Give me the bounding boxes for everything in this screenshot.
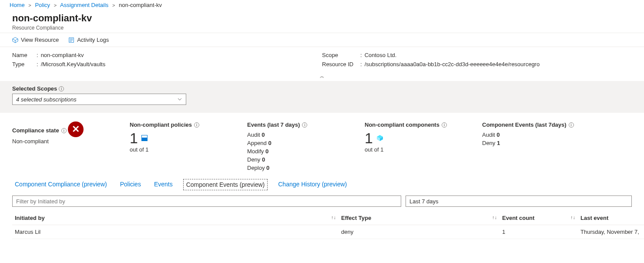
chevron-right-icon: > (26, 3, 33, 8)
cell-count: 1 (500, 225, 578, 239)
scopes-block: Selected Scopes i 4 selected subscriptio… (0, 81, 644, 113)
tabs: Component Compliance (preview) Policies … (0, 176, 644, 194)
prop-resid-value: /subscriptions/aaaa0a0a-bb1b-cc2c-dd3d-e… (365, 61, 540, 67)
tab-policies[interactable]: Policies (117, 179, 144, 190)
scopes-label: Selected Scopes i (12, 85, 64, 92)
info-icon[interactable]: i (302, 122, 307, 128)
activity-logs-label: Activity Logs (77, 37, 109, 43)
tab-events[interactable]: Events (151, 179, 175, 190)
info-icon[interactable]: i (569, 122, 574, 128)
prop-scope-value: Contoso Ltd. (365, 52, 397, 58)
scopes-select-value: 4 selected subscriptions (16, 96, 77, 103)
view-resource-label: View Resource (21, 37, 59, 43)
stat-compliance-state: Compliance state i ✕ Non-compliant (12, 121, 130, 172)
info-icon[interactable]: i (59, 86, 64, 91)
page-title: non-compliant-kv (12, 13, 632, 24)
prop-resid-label: Resource ID (322, 61, 358, 67)
log-icon (68, 37, 74, 43)
component-icon (376, 135, 383, 142)
svg-line-1 (13, 39, 15, 40)
chevron-right-icon: > (110, 3, 117, 8)
breadcrumb-assignment[interactable]: Assignment Details (60, 2, 108, 8)
non-compliant-comp-sub: out of 1 (365, 146, 482, 153)
properties: Name : non-compliant-kv Type : /Microsof… (0, 47, 644, 73)
time-range-value: Last 7 days (409, 198, 439, 205)
scopes-select[interactable]: 4 selected subscriptions (12, 94, 186, 105)
non-compliant-icon: ✕ (68, 121, 84, 137)
stat-non-compliant-policies: Non-compliant policies i 1 out of 1 (130, 121, 247, 172)
stat-events: Events (last 7 days) i Audit 0 Append 0 … (247, 121, 365, 172)
col-last-event[interactable]: Last event (580, 215, 608, 221)
prop-type-value: /Microsoft.KeyVault/vaults (41, 61, 106, 67)
cube-outline-icon (12, 37, 18, 43)
svg-line-2 (15, 39, 18, 40)
compliance-state-value: Non-compliant (12, 138, 130, 145)
info-icon[interactable]: i (194, 122, 199, 128)
filter-initiated-by-input[interactable] (12, 196, 401, 207)
tab-change-history[interactable]: Change History (preview) (275, 179, 349, 190)
non-compliant-policies-label: Non-compliant policies (130, 121, 192, 128)
col-effect-type[interactable]: Effect Type (341, 215, 371, 221)
collapse-chevron-icon[interactable]: ︽ (0, 73, 644, 81)
events-table: Initiated by ↑↓ Effect Type ↑↓ Event cou… (12, 211, 644, 239)
filter-row: Last 7 days (0, 194, 644, 209)
col-initiated-by[interactable]: Initiated by (15, 215, 45, 221)
toolbar: View Resource Activity Logs (0, 33, 644, 47)
chevron-right-icon: > (52, 3, 59, 8)
tab-component-events[interactable]: Component Events (preview) (183, 179, 268, 190)
activity-logs-button[interactable]: Activity Logs (68, 37, 109, 43)
events-label: Events (last 7 days) (247, 121, 300, 128)
time-range-select[interactable]: Last 7 days (406, 196, 632, 207)
policy-icon (141, 135, 148, 141)
stats-row: Compliance state i ✕ Non-compliant Non-c… (0, 113, 644, 176)
sort-icon[interactable]: ↑↓ (569, 215, 575, 220)
cell-effect: deny (339, 225, 500, 239)
col-event-count[interactable]: Event count (502, 215, 534, 221)
tab-component-compliance[interactable]: Component Compliance (preview) (12, 179, 110, 190)
non-compliant-policies-sub: out of 1 (130, 146, 247, 153)
sort-icon[interactable]: ↑↓ (490, 215, 497, 220)
title-block: non-compliant-kv Resource Compliance (0, 10, 644, 33)
non-compliant-comp-label: Non-compliant components (365, 121, 439, 128)
info-icon[interactable]: i (61, 128, 67, 133)
prop-name-label: Name (12, 52, 34, 58)
view-resource-button[interactable]: View Resource (12, 37, 59, 43)
breadcrumb-home[interactable]: Home (10, 2, 25, 8)
breadcrumb-policy[interactable]: Policy (35, 2, 50, 8)
cell-last: Thursday, November 7, (578, 225, 644, 239)
stat-component-events: Component Events (last 7days) i Audit 0 … (482, 121, 600, 172)
sort-icon[interactable]: ↑↓ (329, 215, 336, 220)
prop-name-value: non-compliant-kv (41, 52, 84, 58)
cell-initiated: Marcus Lil (12, 225, 339, 239)
page-subtitle: Resource Compliance (12, 25, 632, 31)
prop-scope-label: Scope (322, 52, 358, 58)
comp-events-label: Component Events (last 7days) (482, 121, 567, 128)
breadcrumb-current: non-compliant-kv (119, 2, 162, 8)
non-compliant-comp-num: 1 (365, 131, 373, 145)
chevron-down-icon (177, 97, 182, 102)
breadcrumb: Home > Policy > Assignment Details > non… (0, 0, 644, 10)
compliance-state-label: Compliance state (12, 127, 59, 134)
table-row[interactable]: Marcus Lil deny 1 Thursday, November 7, (12, 225, 644, 239)
info-icon[interactable]: i (442, 122, 447, 128)
non-compliant-policies-num: 1 (130, 131, 138, 145)
stat-non-compliant-components: Non-compliant components i 1 out of 1 (365, 121, 482, 172)
prop-type-label: Type (12, 61, 34, 67)
